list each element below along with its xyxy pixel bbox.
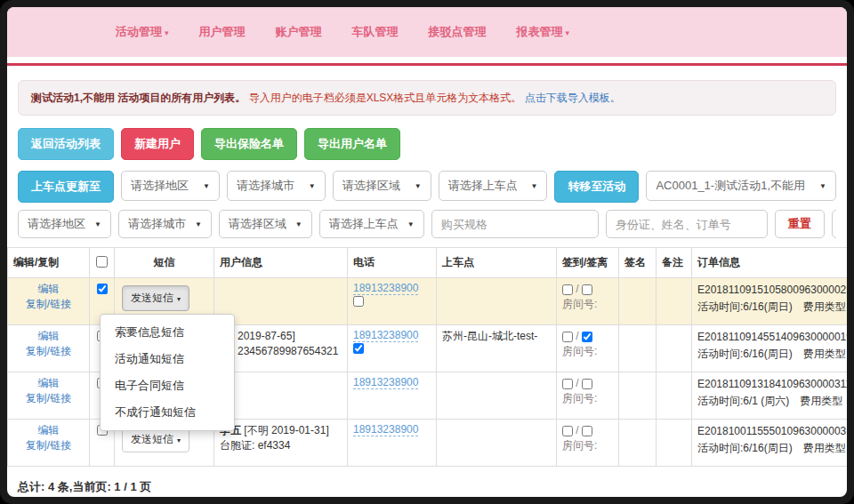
user-table-wrap: 编辑/复制 短信 用户信息 电话 上车点 签到/签离 签名 备注 订单信息	[7, 247, 847, 467]
activity-select[interactable]: AC0001_1-测试活动1,不能用▼	[646, 171, 836, 201]
order-activity-time: 活动时间:6/16(周日) 费用类型	[697, 440, 847, 457]
order-activity-time: 活动时间:6/16(周日) 费用类型	[697, 299, 847, 316]
edit-link[interactable]: 编辑	[13, 282, 84, 297]
city-select-2[interactable]: 请选择城市▼	[118, 210, 212, 238]
chevron-down-icon: ▼	[203, 182, 210, 190]
header-edit-copy: 编辑/复制	[8, 248, 90, 278]
phone-link[interactable]: 18913238900	[353, 282, 418, 295]
alert-text: 导入用户的电子档必须是XLSX格式且单元格为文本格式。	[249, 92, 522, 104]
select-value: AC0001_1-测试活动1,不能用	[656, 178, 805, 194]
phone-link[interactable]: 18913238900	[353, 423, 418, 436]
sms-menu-item-activity-notice[interactable]: 活动通知短信	[101, 346, 234, 372]
city-select[interactable]: 请选择城市▼	[227, 171, 326, 201]
export-insurance-list-button[interactable]: 导出保险名单	[201, 128, 297, 160]
chevron-down-icon: ▼	[295, 220, 302, 228]
download-template-link[interactable]: 点击下载导入模板。	[525, 92, 621, 104]
nav-label: 用户管理	[199, 25, 246, 38]
order-activity-time: 活动时间:6/1 (周六) 费用类型	[697, 393, 847, 410]
signin-checkbox[interactable]	[562, 284, 573, 295]
phone-checkbox[interactable]	[353, 296, 364, 307]
signin-checkbox[interactable]	[562, 379, 573, 389]
header-sms: 短信	[115, 248, 214, 278]
header-signature: 签名	[619, 248, 657, 278]
nav-label: 报表管理	[517, 25, 563, 38]
copy-link[interactable]: 复制/链接	[13, 438, 84, 453]
page-alert: 测试活动1,不能用 活动项目的所有用户列表。 导入用户的电子档必须是XLSX格式…	[18, 80, 836, 116]
nav-item-account-mgmt[interactable]: 账户管理	[276, 24, 322, 40]
phone-checkbox[interactable]	[353, 343, 364, 354]
edit-link[interactable]: 编辑	[13, 329, 84, 344]
nav-item-activity-mgmt[interactable]: 活动管理▾	[116, 24, 169, 40]
reset-button[interactable]: 重置	[775, 210, 825, 238]
alert-title: 测试活动1,不能用 活动项目的所有用户列表。	[31, 92, 246, 104]
pickup-point-select-2[interactable]: 请选择上车点▼	[319, 210, 424, 238]
row-checkbox[interactable]	[97, 284, 108, 294]
header-user-info: 用户信息	[214, 248, 348, 278]
select-value: 请选择城市	[237, 178, 294, 194]
chevron-down-icon: ▾	[566, 28, 570, 37]
select-value: 请选择上车点	[329, 216, 399, 232]
select-value: 请选择地区	[28, 216, 85, 232]
region-select[interactable]: 请选择地区▼	[121, 171, 220, 201]
signout-checkbox[interactable]	[582, 426, 592, 436]
header-order-info: 订单信息	[692, 248, 848, 278]
chevron-down-icon: ▾	[165, 28, 169, 37]
select-value: 请选择城市	[128, 216, 186, 232]
action-button-row: 返回活动列表 新建用户 导出保险名单 导出用户名单	[18, 128, 836, 160]
back-to-activity-list-button[interactable]: 返回活动列表	[18, 128, 114, 160]
header-pickup: 上车点	[437, 248, 557, 278]
nav-label: 接驳点管理	[429, 25, 487, 38]
signin-checkbox[interactable]	[562, 426, 573, 436]
filter-button[interactable]: 过滤	[832, 210, 836, 238]
order-number: E2018110914551409630000019	[697, 329, 847, 346]
nav-label: 账户管理	[276, 25, 322, 38]
room-number-label: 房间号:	[562, 390, 613, 406]
chevron-down-icon: ▼	[415, 182, 422, 190]
screenshot-frame: 活动管理▾ 用户管理 账户管理 车队管理 接驳点管理 报表管理▾ 测试活动1,不…	[0, 0, 854, 504]
header-sign: 签到/签离	[557, 248, 619, 278]
copy-link[interactable]: 复制/链接	[13, 297, 84, 312]
purchase-spec-input[interactable]	[431, 210, 599, 238]
pickup-point-select[interactable]: 请选择上车点▼	[439, 171, 548, 201]
sms-menu-item-cancel-notice[interactable]: 不成行通知短信	[101, 399, 234, 426]
new-user-button[interactable]: 新建用户	[121, 128, 194, 160]
user-info-line2: 台胞证: ef4334	[220, 438, 342, 453]
signout-checkbox[interactable]	[582, 284, 592, 295]
sms-menu-item-econtract[interactable]: 电子合同短信	[101, 372, 234, 399]
table-header-row: 编辑/复制 短信 用户信息 电话 上车点 签到/签离 签名 备注 订单信息	[8, 248, 848, 278]
chevron-down-icon: ▾	[177, 436, 181, 444]
signout-checkbox[interactable]	[582, 332, 592, 342]
id-name-order-search-input[interactable]	[606, 210, 768, 238]
nav-item-user-mgmt[interactable]: 用户管理	[199, 24, 246, 40]
user-info-line1: 李五 [不明 2019-01-31]	[220, 423, 342, 438]
copy-link[interactable]: 复制/链接	[13, 344, 84, 359]
sms-button-label: 发送短信	[131, 433, 173, 445]
user-info-line2: 23456789987654321	[238, 344, 342, 359]
update-pickup-point-button[interactable]: 上车点更新至	[18, 171, 114, 203]
edit-link[interactable]: 编辑	[13, 423, 84, 438]
phone-link[interactable]: 18913238900	[353, 329, 418, 342]
region-select-2[interactable]: 请选择地区▼	[18, 210, 111, 238]
signin-checkbox[interactable]	[562, 332, 573, 342]
district-select[interactable]: 请选择区域▼	[333, 171, 431, 201]
pagination-summary: 总计: 4 条,当前页: 1 / 1 页	[7, 467, 847, 497]
pickup-point-text: 苏州-昆山-城北-test-	[442, 330, 537, 342]
select-all-checkbox[interactable]	[96, 256, 108, 268]
chevron-down-icon: ▾	[177, 295, 181, 303]
filter-row-1: 上车点更新至 请选择地区▼ 请选择城市▼ 请选择区域▼ 请选择上车点▼ 转移至活…	[18, 171, 836, 203]
sms-menu-item-request-info[interactable]: 索要信息短信	[101, 319, 234, 346]
edit-link[interactable]: 编辑	[13, 376, 84, 391]
select-value: 请选择地区	[131, 178, 189, 194]
nav-item-fleet-mgmt[interactable]: 车队管理	[352, 24, 399, 40]
signout-checkbox[interactable]	[582, 379, 592, 389]
district-select-2[interactable]: 请选择区域▼	[219, 210, 312, 238]
copy-link[interactable]: 复制/链接	[13, 391, 84, 406]
nav-item-pickup-point-mgmt[interactable]: 接驳点管理	[429, 24, 487, 40]
send-sms-button[interactable]: 发送短信▾	[122, 285, 189, 311]
nav-item-report-mgmt[interactable]: 报表管理▾	[517, 24, 570, 40]
select-value: 请选择上车点	[448, 178, 518, 194]
export-user-list-button[interactable]: 导出用户名单	[304, 128, 400, 160]
phone-link[interactable]: 18913238900	[353, 376, 418, 389]
transfer-to-activity-button[interactable]: 转移至活动	[554, 171, 639, 203]
filter-row-2: 请选择地区▼ 请选择城市▼ 请选择区域▼ 请选择上车点▼ 重置 过滤	[18, 210, 836, 238]
